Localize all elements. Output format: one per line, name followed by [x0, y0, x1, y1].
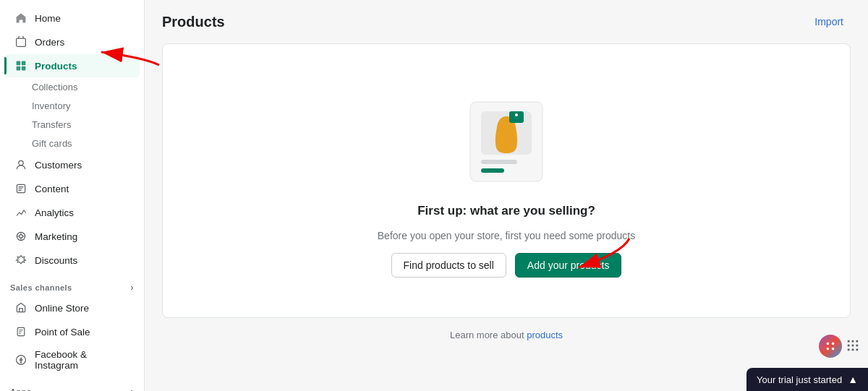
- svg-rect-16: [481, 160, 517, 164]
- sidebar-item-home-label: Home: [35, 13, 61, 24]
- collections-label: Collections: [32, 82, 78, 93]
- main-body: First up: what are you selling? Before y…: [145, 43, 868, 391]
- learn-more-section: Learn more about products: [162, 330, 851, 340]
- svg-rect-0: [17, 38, 26, 46]
- svg-point-20: [827, 348, 830, 351]
- sidebar-item-analytics[interactable]: Analytics: [4, 201, 140, 224]
- import-button[interactable]: Import: [807, 12, 851, 32]
- active-indicator: [4, 57, 7, 74]
- find-products-button[interactable]: Find products to sell: [391, 253, 506, 278]
- sidebar-item-content-label: Content: [35, 184, 69, 194]
- svg-rect-28: [848, 348, 850, 351]
- facebook-icon: [14, 353, 27, 366]
- svg-point-5: [19, 160, 23, 165]
- add-products-button[interactable]: Add your products: [515, 253, 622, 278]
- analytics-icon: [14, 206, 27, 219]
- sidebar-item-online-store-label: Online Store: [35, 303, 89, 314]
- bottom-right-icons: [810, 330, 868, 362]
- sidebar-item-products[interactable]: Products: [4, 54, 140, 77]
- sidebar-item-pos-label: Point of Sale: [35, 327, 90, 338]
- transfers-label: Transfers: [32, 119, 71, 130]
- sidebar-item-customers-label: Customers: [35, 160, 82, 171]
- action-buttons: Find products to sell Add your products: [391, 253, 622, 278]
- svg-point-8: [20, 235, 23, 239]
- sidebar-item-facebook-label: Facebook & Instagram: [35, 349, 129, 371]
- sidebar-item-home[interactable]: Home: [4, 7, 140, 30]
- sidebar-item-content[interactable]: Content: [4, 177, 140, 200]
- svg-rect-24: [856, 340, 859, 342]
- inventory-label: Inventory: [32, 100, 70, 111]
- sidebar-item-orders-label: Orders: [35, 37, 64, 48]
- sidebar-nav: Home Orders Products Collections Invento…: [0, 0, 144, 391]
- product-illustration: [456, 91, 557, 192]
- grid-icon[interactable]: [846, 339, 859, 354]
- svg-rect-17: [481, 168, 504, 173]
- sales-channels-section: Sales channels ›: [0, 272, 144, 296]
- sidebar-item-collections[interactable]: Collections: [4, 78, 140, 96]
- sidebar-item-inventory[interactable]: Inventory: [4, 97, 140, 115]
- apps-section: Apps ›: [0, 377, 144, 391]
- gift-cards-label: Gift cards: [32, 138, 72, 149]
- svg-rect-4: [22, 66, 26, 71]
- sidebar-item-marketing-label: Marketing: [35, 231, 77, 242]
- svg-point-18: [827, 343, 830, 345]
- products-icon: [14, 59, 27, 72]
- learn-more-link[interactable]: products: [527, 330, 563, 340]
- sidebar-item-facebook[interactable]: Facebook & Instagram: [4, 344, 140, 376]
- sidebar-item-transfers[interactable]: Transfers: [4, 116, 140, 134]
- sidebar-item-analytics-label: Analytics: [35, 207, 74, 218]
- svg-rect-25: [848, 344, 850, 346]
- trial-bar[interactable]: Your trial just started ▲: [746, 368, 868, 391]
- svg-rect-3: [17, 66, 21, 71]
- sidebar-item-marketing[interactable]: Marketing: [4, 225, 140, 248]
- marketing-icon: [14, 230, 27, 243]
- sidebar-item-customers[interactable]: Customers: [4, 153, 140, 176]
- sidebar-item-products-label: Products: [35, 61, 77, 72]
- sidebar: Home Orders Products Collections Invento…: [0, 0, 145, 391]
- svg-rect-30: [856, 348, 859, 351]
- main-content: Products Import: [145, 0, 868, 391]
- apps-chevron[interactable]: ›: [131, 387, 134, 391]
- main-header: Products Import: [145, 0, 868, 43]
- svg-rect-2: [22, 61, 26, 66]
- pos-icon: [14, 325, 27, 338]
- svg-rect-14: [509, 111, 524, 123]
- svg-point-19: [832, 343, 835, 345]
- trial-chevron-icon: ▲: [848, 374, 858, 385]
- svg-rect-1: [17, 61, 21, 66]
- online-store-icon: [14, 301, 27, 314]
- content-icon: [14, 182, 27, 195]
- svg-rect-29: [852, 348, 854, 351]
- svg-rect-23: [852, 340, 854, 342]
- empty-state-subtitle: Before you open your store, first you ne…: [378, 230, 635, 241]
- learn-more-text: Learn more about: [450, 330, 524, 340]
- empty-state-title: First up: what are you selling?: [417, 204, 595, 218]
- page-title: Products: [162, 14, 225, 30]
- svg-point-15: [515, 113, 518, 116]
- svg-point-21: [832, 348, 835, 351]
- sales-channels-chevron[interactable]: ›: [131, 283, 134, 293]
- empty-state-card: First up: what are you selling? Before y…: [162, 43, 851, 318]
- svg-rect-26: [852, 344, 854, 346]
- discounts-icon: [14, 254, 27, 267]
- sidebar-item-discounts[interactable]: Discounts: [4, 249, 140, 272]
- sidebar-item-online-store[interactable]: Online Store: [4, 296, 140, 319]
- orders-icon: [14, 35, 27, 48]
- sidebar-item-gift-cards[interactable]: Gift cards: [4, 134, 140, 152]
- home-icon: [14, 12, 27, 25]
- sidebar-item-discounts-label: Discounts: [35, 255, 77, 266]
- sidebar-item-pos[interactable]: Point of Sale: [4, 320, 140, 343]
- svg-rect-27: [856, 344, 859, 346]
- customers-icon: [14, 158, 27, 171]
- svg-rect-22: [848, 340, 850, 342]
- trial-bar-label: Your trial just started: [757, 374, 842, 385]
- apps-circle-icon[interactable]: [819, 335, 842, 358]
- sidebar-item-orders[interactable]: Orders: [4, 30, 140, 53]
